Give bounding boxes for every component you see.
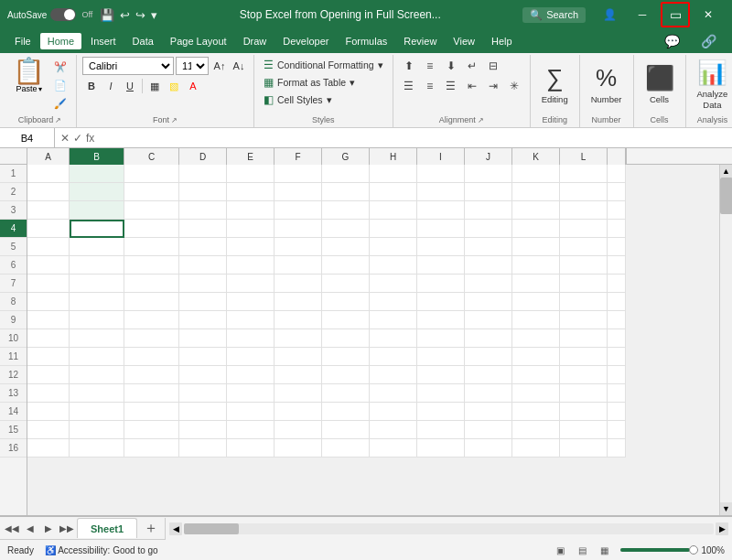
cell-j9[interactable] [465,311,512,329]
cell-a11[interactable] [27,348,70,366]
cell-i9[interactable] [417,311,465,329]
cell-g9[interactable] [322,311,370,329]
cell-j10[interactable] [465,329,512,348]
cell-m3[interactable] [608,201,626,220]
cell-h13[interactable] [370,384,417,403]
sheet-nav-next[interactable]: ▶ [40,520,57,536]
cell-h11[interactable] [370,348,417,366]
cell-k3[interactable] [512,201,560,220]
cell-i3[interactable] [417,201,465,220]
row-num-15[interactable]: 15 [0,421,27,439]
cell-g3[interactable] [322,201,370,220]
cell-g15[interactable] [322,421,370,439]
save-icon[interactable]: 💾 [100,8,114,22]
menu-home[interactable]: Home [40,33,81,49]
menu-data[interactable]: Data [125,33,161,49]
cell-h16[interactable] [370,439,417,458]
cell-b16[interactable] [70,439,124,458]
cell-b10[interactable] [70,329,124,348]
cell-g10[interactable] [322,329,370,348]
cell-m13[interactable] [608,384,626,403]
col-header-h[interactable]: H [370,148,417,165]
col-header-g[interactable]: G [322,148,370,165]
cell-h10[interactable] [370,329,417,348]
cell-k7[interactable] [512,275,560,293]
minimize-button[interactable]: ─ [626,0,659,29]
cell-f7[interactable] [274,275,322,293]
col-header-f[interactable]: F [274,148,322,165]
cell-c5[interactable] [124,238,179,256]
underline-button[interactable]: U [121,77,139,95]
cell-h2[interactable] [370,183,417,201]
cell-l10[interactable] [560,329,608,348]
align-left-button[interactable]: ☰ [399,77,419,95]
cell-c10[interactable] [124,329,179,348]
col-header-l[interactable]: L [560,148,608,165]
cell-k15[interactable] [512,421,560,439]
cell-i15[interactable] [417,421,465,439]
cell-d7[interactable] [179,275,227,293]
col-header-k[interactable]: K [512,148,560,165]
cell-b1[interactable] [70,165,124,183]
copy-button[interactable]: 📄 [50,77,70,93]
cell-l1[interactable] [560,165,608,183]
cell-m8[interactable] [608,293,626,311]
cell-j5[interactable] [465,238,512,256]
row-num-11[interactable]: 11 [0,348,27,366]
search-box[interactable]: 🔍 Search [522,7,586,23]
orientation-button[interactable]: ✳ [504,77,524,95]
cell-l11[interactable] [560,348,608,366]
cell-m2[interactable] [608,183,626,201]
cell-c16[interactable] [124,439,179,458]
cell-g12[interactable] [322,366,370,384]
cell-e1[interactable] [227,165,274,183]
cell-m7[interactable] [608,275,626,293]
cell-l2[interactable] [560,183,608,201]
row-num-5[interactable]: 5 [0,238,27,256]
cell-l5[interactable] [560,238,608,256]
cell-f16[interactable] [274,439,322,458]
align-top-button[interactable]: ⬆ [399,57,419,75]
close-button[interactable]: ✕ [692,0,725,29]
zoom-slider[interactable] [620,548,694,552]
cell-a8[interactable] [27,293,70,311]
row-num-13[interactable]: 13 [0,384,27,403]
cell-b5[interactable] [70,238,124,256]
cell-g5[interactable] [322,238,370,256]
cell-i6[interactable] [417,256,465,275]
cell-e7[interactable] [227,275,274,293]
increase-font-size-button[interactable]: A↑ [210,57,229,75]
wrap-text-button[interactable]: ↵ [462,57,482,75]
cell-m12[interactable] [608,366,626,384]
cell-d12[interactable] [179,366,227,384]
sheet-nav-prev[interactable]: ◀ [22,520,38,536]
conditional-formatting-arrow[interactable]: ▾ [378,59,383,70]
cell-j14[interactable] [465,403,512,421]
cell-a13[interactable] [27,384,70,403]
cell-j3[interactable] [465,201,512,220]
cell-b3[interactable] [70,201,124,220]
sheet-nav-last[interactable]: ▶▶ [59,520,75,536]
font-size-select[interactable]: 11 [176,57,209,75]
row-num-14[interactable]: 14 [0,403,27,421]
cell-m10[interactable] [608,329,626,348]
fill-color-button[interactable]: ▧ [165,77,183,95]
cell-d3[interactable] [179,201,227,220]
cell-k12[interactable] [512,366,560,384]
font-name-select[interactable]: Calibri [82,57,174,75]
insert-function-icon[interactable]: fx [86,132,94,145]
cell-h4[interactable] [370,220,417,238]
cell-e11[interactable] [227,348,274,366]
cell-h9[interactable] [370,311,417,329]
cell-d11[interactable] [179,348,227,366]
cell-l13[interactable] [560,384,608,403]
cell-f11[interactable] [274,348,322,366]
cell-c1[interactable] [124,165,179,183]
cell-j12[interactable] [465,366,512,384]
cell-c9[interactable] [124,311,179,329]
cell-c11[interactable] [124,348,179,366]
cell-k4[interactable] [512,220,560,238]
cell-b13[interactable] [70,384,124,403]
borders-button[interactable]: ▦ [145,77,164,95]
cell-i1[interactable] [417,165,465,183]
